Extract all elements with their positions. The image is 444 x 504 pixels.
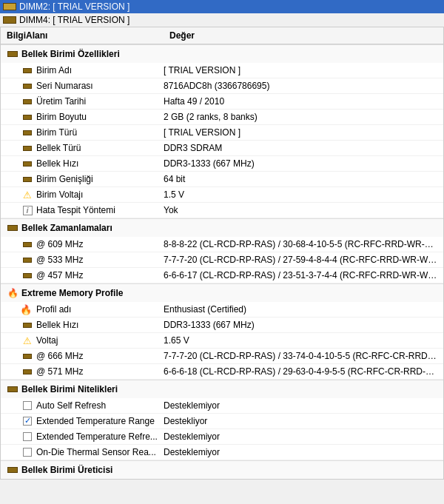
section-header-extreme-memory-profile: 🔥Extreme Memory Profile [1, 283, 443, 302]
row-left-1-0: @ 609 MHz [21, 238, 164, 250]
sections-container: Bellek Birimi ÖzellikleriBirim Adı[ TRIA… [1, 44, 443, 479]
row-value-2-3: 7-7-7-20 (CL-RCD-RP-RAS) / 33-74-0-4-10-… [164, 351, 437, 361]
row-label-0-7: Birim Genişliği [36, 174, 93, 184]
data-row-2-0: 🔥Profil adıEnthusiast (Certified) [1, 302, 443, 317]
data-row-1-0: @ 609 MHz8-8-8-22 (CL-RCD-RP-RAS) / 30-6… [1, 237, 443, 252]
row-value-1-1: 7-7-7-20 (CL-RCD-RP-RAS) / 27-59-4-8-4-4… [164, 255, 437, 265]
data-row-2-4: @ 571 MHz6-6-6-18 (CL-RCD-RP-RAS) / 29-6… [1, 364, 443, 380]
row-left-2-4: @ 571 MHz [21, 366, 164, 377]
row-left-2-0: 🔥Profil adı [21, 303, 164, 315]
ram-row-icon-0-6 [21, 158, 33, 169]
data-row-0-5: Bellek TürüDDR3 SDRAM [1, 141, 443, 156]
row-value-3-0: Desteklemiyor [164, 400, 437, 411]
flame-icon: 🔥 [21, 304, 32, 315]
dimm-item-0[interactable]: DIMM2: [ TRIAL VERSION ] [0, 0, 444, 13]
row-value-0-4: [ TRIAL VERSION ] [164, 127, 437, 138]
row-value-2-1: DDR3-1333 (667 MHz) [164, 320, 437, 330]
row-label-0-5: Bellek Türü [36, 143, 81, 153]
row-label-3-0: Auto Self Refresh [36, 400, 106, 411]
data-row-1-2: @ 457 MHz6-6-6-17 (CL-RCD-RP-RAS) / 23-5… [1, 268, 443, 283]
ram-section-icon-0 [7, 48, 18, 60]
data-row-0-6: Bellek HızıDDR3-1333 (667 MHz) [1, 156, 443, 172]
data-row-0-3: Birim Boyutu2 GB (2 ranks, 8 banks) [1, 110, 443, 125]
section-title-extreme-memory-profile: Extreme Memory Profile [21, 288, 123, 298]
dimm-label-0: DIMM2: [ TRIAL VERSION ] [19, 1, 130, 12]
ram-row-icon-1-2 [21, 269, 33, 281]
section-title-bellek-birimi-ozellikleri: Bellek Birimi Özellikleri [21, 49, 120, 59]
row-label-3-2: Extended Temperature Refre... [36, 431, 158, 442]
ram-section-icon-1 [7, 222, 18, 234]
data-row-0-0: Birim Adı[ TRIAL VERSION ] [1, 63, 443, 78]
row-label-0-0: Birim Adı [36, 65, 72, 75]
row-left-3-0: Auto Self Refresh [21, 400, 164, 411]
row-value-3-2: Desteklemiyor [164, 431, 437, 442]
data-row-2-2: ⚠Voltaj1.65 V [1, 333, 443, 349]
row-value-3-1: Destekliyor [164, 416, 437, 426]
row-label-1-2: @ 457 MHz [36, 270, 84, 280]
row-label-0-1: Seri Numarası [36, 81, 93, 91]
data-row-0-7: Birim Genişliği64 bit [1, 172, 443, 187]
row-left-0-8: ⚠Birim Voltajı [21, 189, 164, 201]
ram-row-icon-0-0 [21, 64, 33, 76]
ram-row-icon-2-3 [21, 350, 33, 362]
row-value-2-2: 1.65 V [164, 335, 437, 346]
data-row-0-1: Seri Numarası8716ADC8h (3366786695) [1, 78, 443, 94]
row-value-1-2: 6-6-6-17 (CL-RCD-RP-RAS) / 23-51-3-7-4-4… [164, 270, 437, 280]
row-value-0-0: [ TRIAL VERSION ] [164, 65, 437, 75]
flame-row-icon-2-0: 🔥 [21, 303, 33, 315]
data-row-0-9: iHata Tespit YöntemiYok [1, 203, 443, 218]
row-left-3-2: Extended Temperature Refre... [21, 431, 164, 443]
ram-section-icon-4 [7, 464, 18, 476]
ram-section-icon-3 [7, 383, 18, 395]
dimm-item-1[interactable]: DIMM4: [ TRIAL VERSION ] [0, 13, 444, 27]
row-value-0-1: 8716ADC8h (3366786695) [164, 81, 437, 91]
row-left-3-3: On-Die Thermal Sensor Rea... [21, 446, 164, 458]
data-row-3-2: Extended Temperature Refre...Desteklemiy… [1, 429, 443, 445]
ram-row-icon-2-1 [21, 319, 33, 331]
section-title-bellek-birimi-ureticisi: Bellek Birimi Üreticisi [21, 465, 112, 475]
data-row-3-1: Extended Temperature RangeDestekliyor [1, 414, 443, 429]
ram-row-icon-0-4 [21, 127, 33, 138]
row-left-2-3: @ 666 MHz [21, 350, 164, 362]
row-value-0-2: Hafta 49 / 2010 [164, 96, 437, 107]
row-value-3-3: Desteklemiyor [164, 447, 437, 457]
ram-row-icon-0-3 [21, 111, 33, 123]
row-label-2-2: Voltaj [36, 335, 58, 346]
data-row-2-3: @ 666 MHz7-7-7-20 (CL-RCD-RP-RAS) / 33-7… [1, 349, 443, 364]
row-left-0-0: Birim Adı [21, 64, 164, 76]
dimm-list: DIMM2: [ TRIAL VERSION ]DIMM4: [ TRIAL V… [0, 0, 444, 27]
checkbox-unchecked [23, 432, 32, 441]
row-value-2-0: Enthusiast (Certified) [164, 304, 437, 315]
dimm-label-1: DIMM4: [ TRIAL VERSION ] [19, 15, 130, 25]
warning-icon: ⚠ [23, 189, 32, 201]
checkbox-unchecked-row-icon-3-0 [21, 400, 33, 411]
data-row-2-1: Bellek HızıDDR3-1333 (667 MHz) [1, 317, 443, 333]
row-value-2-4: 6-6-6-18 (CL-RCD-RP-RAS) / 29-63-0-4-9-5… [164, 366, 437, 377]
checkbox-checked [23, 417, 32, 426]
row-left-1-2: @ 457 MHz [21, 269, 164, 281]
data-row-0-8: ⚠Birim Voltajı1.5 V [1, 187, 443, 203]
row-left-0-1: Seri Numarası [21, 80, 164, 92]
row-left-1-1: @ 533 MHz [21, 254, 164, 266]
row-left-0-6: Bellek Hızı [21, 158, 164, 169]
row-left-3-1: Extended Temperature Range [21, 415, 164, 427]
ram-row-icon-0-1 [21, 80, 33, 92]
row-left-0-9: iHata Tespit Yöntemi [21, 204, 164, 216]
row-value-0-5: DDR3 SDRAM [164, 143, 437, 153]
row-label-0-8: Birim Voltajı [36, 189, 83, 200]
row-value-0-3: 2 GB (2 ranks, 8 banks) [164, 112, 437, 122]
row-label-2-0: Profil adı [36, 304, 71, 315]
data-row-3-0: Auto Self RefreshDesteklemiyor [1, 398, 443, 414]
data-row-0-2: Üretim TarihiHafta 49 / 2010 [1, 94, 443, 110]
col-header-right: Değer [169, 30, 437, 41]
flame-section-icon-2: 🔥 [7, 287, 18, 299]
row-left-0-3: Birim Boyutu [21, 111, 164, 123]
row-label-0-2: Üretim Tarihi [36, 96, 86, 107]
section-title-bellek-birimi-nitelikleri: Bellek Birimi Nitelikleri [21, 384, 118, 394]
row-value-1-0: 8-8-8-22 (CL-RCD-RP-RAS) / 30-68-4-10-5-… [164, 239, 437, 249]
row-label-2-3: @ 666 MHz [36, 351, 84, 361]
ram-row-icon-2-4 [21, 366, 33, 377]
row-left-0-4: Birim Türü [21, 127, 164, 138]
ram-row-icon-0-5 [21, 142, 33, 154]
section-header-bellek-birimi-nitelikleri: Bellek Birimi Nitelikleri [1, 380, 443, 398]
